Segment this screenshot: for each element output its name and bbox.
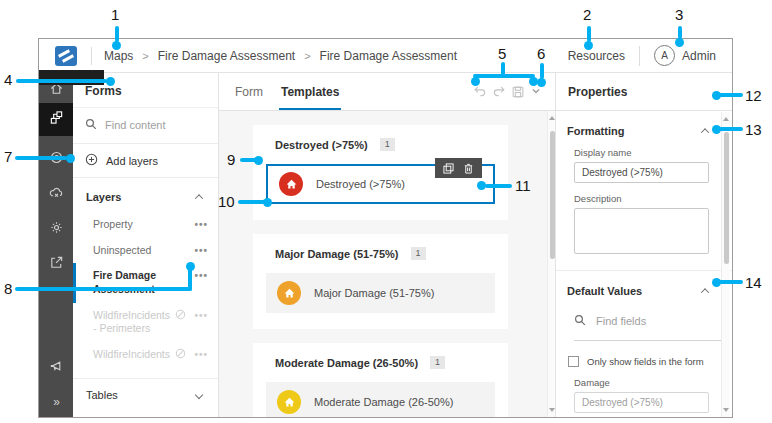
template-card-major-damage[interactable]: Major Damage (51-75%) <box>266 273 495 313</box>
undo-button[interactable] <box>473 85 487 99</box>
find-content-search[interactable] <box>73 107 218 144</box>
save-button[interactable] <box>511 85 525 99</box>
description-input[interactable] <box>574 208 709 254</box>
sidebar-item-offline[interactable] <box>39 181 73 207</box>
layers-header-label: Layers <box>86 191 121 203</box>
sidebar-item-settings[interactable] <box>39 216 73 242</box>
find-fields-input[interactable] <box>596 315 686 327</box>
formatting-header-label: Formatting <box>567 125 624 137</box>
count-badge: 1 <box>430 356 445 369</box>
save-menu-chevron-icon[interactable] <box>530 85 544 99</box>
default-values-header-label: Default Values <box>567 285 642 297</box>
callout-6-line <box>540 63 544 79</box>
group-title: Moderate Damage (26-50%) <box>275 357 418 369</box>
app-header: Maps > Fire Damage Assessment > Fire Dam… <box>39 39 732 73</box>
group-title: Major Damage (51-75%) <box>275 248 399 260</box>
description-label: Description <box>574 193 732 204</box>
tab-bar: Form Templates <box>219 73 556 111</box>
callout-14-line <box>719 280 743 284</box>
tab-templates[interactable]: Templates <box>279 73 341 110</box>
not-editable-icon <box>175 348 186 363</box>
not-editable-icon <box>175 309 186 324</box>
damage-field-input[interactable] <box>574 392 709 413</box>
add-layers-button[interactable]: Add layers <box>73 144 218 178</box>
search-icon <box>85 116 97 134</box>
display-name-input[interactable] <box>574 162 709 183</box>
sidebar-expand-button[interactable]: » <box>39 395 73 409</box>
double-chevron-right-icon: » <box>53 395 59 409</box>
tables-section-header[interactable]: Tables <box>73 379 218 411</box>
chevron-down-icon <box>195 391 203 399</box>
search-icon <box>574 312 586 330</box>
layer-menu-icon[interactable]: ••• <box>194 269 208 282</box>
layer-item-wildfireincidents-perimeters[interactable]: WildfireIncidents - Perimeters ••• <box>73 303 218 342</box>
layer-menu-icon[interactable]: ••• <box>194 309 208 322</box>
callout-10-dot <box>263 198 272 207</box>
sidebar-item-sharing[interactable] <box>39 251 73 277</box>
header-divider <box>639 46 640 66</box>
layer-item-wildfireincidents[interactable]: WildfireIncidents ••• <box>73 342 218 369</box>
properties-scrollbar[interactable] <box>721 112 730 417</box>
basemap-section-header[interactable]: Basemap <box>73 411 218 417</box>
field-maps-logo-icon <box>55 46 77 66</box>
layers-section-header[interactable]: Layers <box>73 178 218 212</box>
search-input[interactable] <box>105 119 205 131</box>
sidebar-item-feedback[interactable] <box>39 355 73 381</box>
find-fields-search[interactable] <box>574 312 724 341</box>
sidebar-item-forms[interactable] <box>39 103 73 136</box>
callout-4-label: 4 <box>4 71 12 88</box>
layer-item-uninspected[interactable]: Uninspected ••• <box>73 238 218 264</box>
layer-name: Uninspected <box>93 244 167 258</box>
template-group-moderate-damage: Moderate Damage (26-50%) 1 Moderate Dama… <box>253 343 508 417</box>
layer-item-fire-damage-assessment[interactable]: Fire Damage Assessment ••• <box>73 263 218 302</box>
callout-1-line <box>115 26 119 42</box>
user-menu[interactable]: Admin <box>682 49 716 63</box>
properties-panel: Properties Formatting Display name Descr… <box>555 73 732 417</box>
layer-menu-icon[interactable]: ••• <box>194 348 208 361</box>
layer-menu-icon[interactable]: ••• <box>194 244 208 257</box>
breadcrumb-maps[interactable]: Maps <box>104 49 133 63</box>
duplicate-button[interactable] <box>443 163 454 174</box>
redo-button[interactable] <box>492 85 506 99</box>
callout-8-vline <box>188 268 192 291</box>
callout-8-dot <box>186 262 195 271</box>
template-card-moderate-damage[interactable]: Moderate Damage (26-50%) <box>266 382 495 417</box>
layer-menu-icon[interactable]: ••• <box>194 218 208 231</box>
breadcrumb-separator-icon: > <box>304 50 310 62</box>
breadcrumb-map-name[interactable]: Fire Damage Assessment <box>158 49 295 63</box>
callout-5-label: 5 <box>498 45 506 62</box>
default-values-section-header[interactable]: Default Values <box>567 285 708 297</box>
scroll-up-icon[interactable] <box>723 117 729 121</box>
resources-link[interactable]: Resources <box>568 49 625 63</box>
callout-2-dot <box>584 41 593 50</box>
templates-panel: Form Templates <box>219 73 556 417</box>
callout-14-label: 14 <box>745 274 762 291</box>
delete-button[interactable] <box>463 163 474 174</box>
forms-icon <box>49 110 64 129</box>
callout-5-dot-left <box>471 77 480 86</box>
callout-7-line <box>15 156 67 160</box>
forms-panel: Forms Add layers Layers Property ••• <box>73 73 219 417</box>
app-window: Maps > Fire Damage Assessment > Fire Dam… <box>38 38 733 418</box>
templates-list: Destroyed (>75%) 1 Destroyed (>75%) <box>219 111 547 417</box>
tab-form[interactable]: Form <box>233 73 265 110</box>
callout-6-label: 6 <box>537 45 545 62</box>
layer-item-property[interactable]: Property ••• <box>73 212 218 238</box>
chevron-up-icon <box>701 128 709 136</box>
panel-title: Properties <box>556 73 732 111</box>
layer-name: Property <box>93 218 167 232</box>
formatting-section-header[interactable]: Formatting <box>567 125 708 137</box>
layer-name: Fire Damage Assessment <box>93 269 167 296</box>
only-show-fields-checkbox-row[interactable]: Only show fields in the form <box>568 356 724 367</box>
callout-11-line <box>485 184 512 188</box>
checkbox-icon[interactable] <box>568 356 579 367</box>
avatar[interactable]: A <box>654 45 675 66</box>
annotated-screenshot: Maps > Fire Damage Assessment > Fire Dam… <box>0 0 772 423</box>
template-label: Moderate Damage (26-50%) <box>314 396 453 408</box>
display-name-label: Display name <box>574 147 732 158</box>
callout-12-label: 12 <box>745 87 762 104</box>
template-label: Destroyed (>75%) <box>316 178 405 190</box>
scrollbar-thumb[interactable] <box>724 132 729 264</box>
template-card-destroyed[interactable]: Destroyed (>75%) <box>266 164 495 204</box>
scroll-down-icon[interactable] <box>723 408 729 412</box>
